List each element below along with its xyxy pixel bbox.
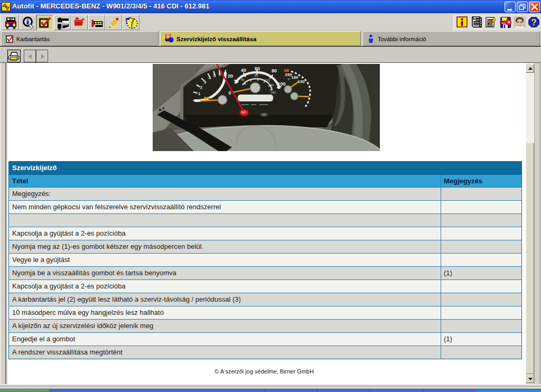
svg-text:80: 80 <box>272 68 277 73</box>
svg-text:120: 120 <box>265 79 270 82</box>
svg-text:140: 140 <box>268 83 274 87</box>
svg-text:20: 20 <box>228 73 233 79</box>
svg-text:3: 3 <box>204 80 207 85</box>
svg-text:?: ? <box>531 17 536 27</box>
svg-text:100: 100 <box>277 81 285 87</box>
svg-text:2: 2 <box>200 85 203 90</box>
svg-text:60: 60 <box>255 66 260 71</box>
svg-text:5: 5 <box>213 73 216 78</box>
svg-text:X°: X° <box>287 78 290 81</box>
svg-text:4: 4 <box>209 76 211 80</box>
svg-text:40: 40 <box>241 78 245 81</box>
svg-text:0: 0 <box>197 98 199 103</box>
svg-text:7: 7 <box>224 72 227 77</box>
svg-text:180: 180 <box>270 91 276 94</box>
svg-text:40: 40 <box>241 68 246 73</box>
svg-text:1: 1 <box>198 91 201 96</box>
svg-text:80: 80 <box>255 74 258 77</box>
svg-text:0: 0 <box>228 90 231 96</box>
